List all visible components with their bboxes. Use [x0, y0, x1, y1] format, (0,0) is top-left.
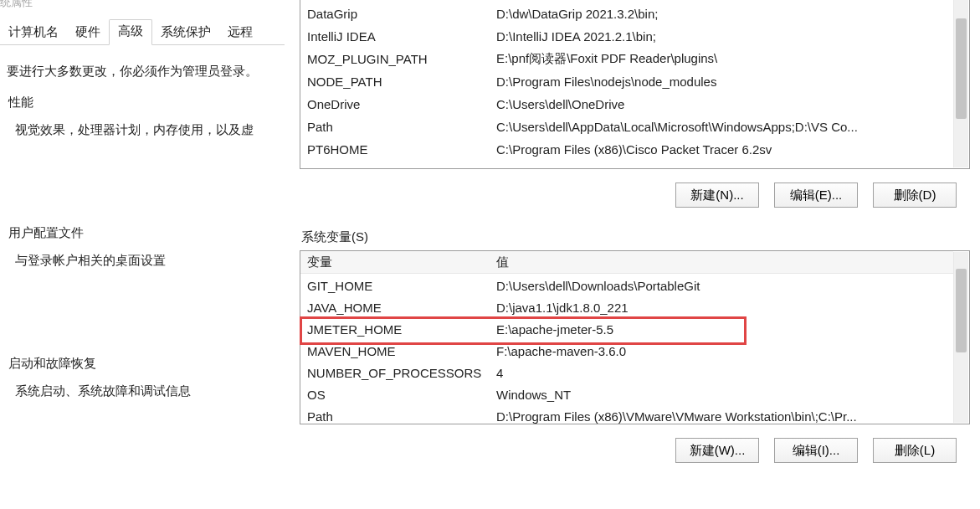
var-value: D:\IntelliJ IDEA 2021.2.1\bin;: [493, 29, 953, 44]
user-vars-list[interactable]: DataGripD:\dw\DataGrip 2021.3.2\bin;Inte…: [300, 0, 970, 169]
user-delete-button[interactable]: 删除(D): [873, 183, 957, 208]
group-startup: 启动和故障恢复 系统启动、系统故障和调试信息: [3, 352, 281, 433]
var-value: C:\Users\dell\AppData\Local\Microsoft\Wi…: [493, 120, 953, 134]
table-row[interactable]: NUMBER_OF_PROCESSORS4: [300, 362, 953, 384]
table-row[interactable]: DataGripD:\dw\DataGrip 2021.3.2\bin;: [300, 3, 953, 25]
var-value: E:\pnf阅读器\Foxit PDF Reader\plugins\: [493, 51, 953, 67]
system-vars-list[interactable]: 变量值GIT_HOMED:\Users\dell\Downloads\Porta…: [300, 250, 970, 424]
sys-delete-button[interactable]: 删除(L): [873, 438, 957, 463]
col-header-var[interactable]: 变量: [300, 254, 493, 270]
group-profiles-desc: 与登录帐户相关的桌面设置: [3, 244, 281, 302]
var-name: OS: [300, 388, 493, 402]
table-row[interactable]: OSWindows_NT: [300, 383, 953, 406]
tab-hardware[interactable]: 硬件: [67, 21, 109, 45]
tabs: 计算机名 硬件 高级 系统保护 远程: [0, 20, 285, 45]
scrollbar[interactable]: [953, 0, 968, 167]
tab-advanced[interactable]: 高级: [109, 19, 152, 45]
group-user-profiles: 用户配置文件 与登录帐户相关的桌面设置: [3, 222, 281, 302]
table-header: 变量值: [300, 251, 953, 274]
user-vars-block: DataGripD:\dw\DataGrip 2021.3.2\bin;Inte…: [300, 0, 970, 208]
table-row[interactable]: JAVA_HOMED:\java1.1\jdk1.8.0_221: [300, 296, 953, 319]
var-value: D:\java1.1\jdk1.8.0_221: [493, 301, 953, 315]
table-row[interactable]: OneDriveC:\Users\dell\OneDrive: [300, 93, 953, 116]
var-name: NUMBER_OF_PROCESSORS: [300, 366, 493, 380]
var-name: GIT_HOME: [300, 279, 493, 293]
var-name: NODE_PATH: [300, 75, 493, 89]
var-name: MOZ_PLUGIN_PATH: [300, 52, 493, 66]
sys-new-button[interactable]: 新建(W)...: [675, 438, 759, 463]
var-value: E:\apache-jmeter-5.5: [493, 322, 953, 337]
group-profiles-label: 用户配置文件: [3, 222, 281, 244]
system-vars-block: 变量值GIT_HOMED:\Users\dell\Downloads\Porta…: [300, 250, 970, 463]
scroll-thumb[interactable]: [956, 18, 967, 119]
group-startup-desc: 系统启动、系统故障和调试信息: [3, 375, 281, 433]
var-value: Windows_NT: [493, 388, 953, 402]
col-header-val[interactable]: 值: [493, 254, 953, 270]
table-row[interactable]: PathD:\Program Files (x86)\VMware\VMware…: [300, 405, 953, 424]
scroll-thumb[interactable]: [956, 269, 967, 352]
var-value: C:\Users\dell\OneDrive: [493, 97, 953, 111]
table-row[interactable]: PT6HOMEC:\Program Files (x86)\Cisco Pack…: [300, 138, 953, 161]
var-value: D:\dw\DataGrip 2021.3.2\bin;: [493, 7, 953, 21]
system-properties-panel: 统属性 计算机名 硬件 高级 系统保护 远程 要进行大多数更改，你必须作为管理员…: [0, 0, 290, 509]
var-value: 4: [493, 366, 953, 380]
var-name: MAVEN_HOME: [300, 344, 493, 358]
table-row[interactable]: GIT_HOMED:\Users\dell\Downloads\Portable…: [300, 275, 953, 297]
table-row[interactable]: PathC:\Users\dell\AppData\Local\Microsof…: [300, 116, 953, 138]
var-name: OneDrive: [300, 97, 493, 111]
var-value: D:\Program Files (x86)\VMware\VMware Wor…: [493, 409, 953, 424]
var-name: PT6HOME: [300, 142, 493, 157]
table-row[interactable]: MAVEN_HOMEF:\apache-maven-3.6.0: [300, 340, 953, 362]
window-title: 统属性: [0, 0, 285, 13]
table-row[interactable]: NODE_PATHD:\Program Files\nodejs\node_mo…: [300, 70, 953, 93]
var-value: D:\Users\dell\Downloads\PortableGit: [493, 279, 953, 293]
group-performance-label: 性能: [3, 91, 281, 114]
var-value: F:\apache-maven-3.6.0: [493, 344, 953, 358]
env-vars-panel: DataGripD:\dw\DataGrip 2021.3.2\bin;Inte…: [290, 0, 980, 509]
var-name: JMETER_HOME: [300, 322, 493, 337]
admin-note: 要进行大多数更改，你必须作为管理员登录。: [7, 64, 278, 80]
user-new-button[interactable]: 新建(N)...: [675, 183, 759, 208]
var-name: Path: [300, 409, 493, 424]
var-name: Path: [300, 120, 493, 134]
var-name: DataGrip: [300, 7, 493, 21]
tab-computer-name[interactable]: 计算机名: [0, 21, 67, 45]
system-vars-label: 系统变量(S): [301, 229, 970, 245]
sys-edit-button[interactable]: 编辑(I)...: [774, 438, 858, 463]
table-row[interactable]: IntelliJ IDEAD:\IntelliJ IDEA 2021.2.1\b…: [300, 25, 953, 48]
var-value: C:\Program Files (x86)\Cisco Packet Trac…: [493, 142, 953, 157]
group-startup-label: 启动和故障恢复: [3, 352, 281, 375]
table-row[interactable]: JMETER_HOMEE:\apache-jmeter-5.5: [300, 318, 953, 341]
table-row[interactable]: MOZ_PLUGIN_PATHE:\pnf阅读器\Foxit PDF Reade…: [300, 48, 953, 70]
tab-remote[interactable]: 远程: [219, 21, 261, 45]
var-name: JAVA_HOME: [300, 301, 493, 315]
scrollbar[interactable]: [953, 252, 968, 423]
group-performance-desc: 视觉效果，处理器计划，内存使用，以及虚: [3, 114, 281, 172]
tab-system-protection[interactable]: 系统保护: [152, 21, 219, 45]
group-performance: 性能 视觉效果，处理器计划，内存使用，以及虚: [3, 91, 281, 172]
var-name: IntelliJ IDEA: [300, 29, 493, 44]
var-value: D:\Program Files\nodejs\node_modules: [493, 75, 953, 89]
user-edit-button[interactable]: 编辑(E)...: [774, 183, 858, 208]
